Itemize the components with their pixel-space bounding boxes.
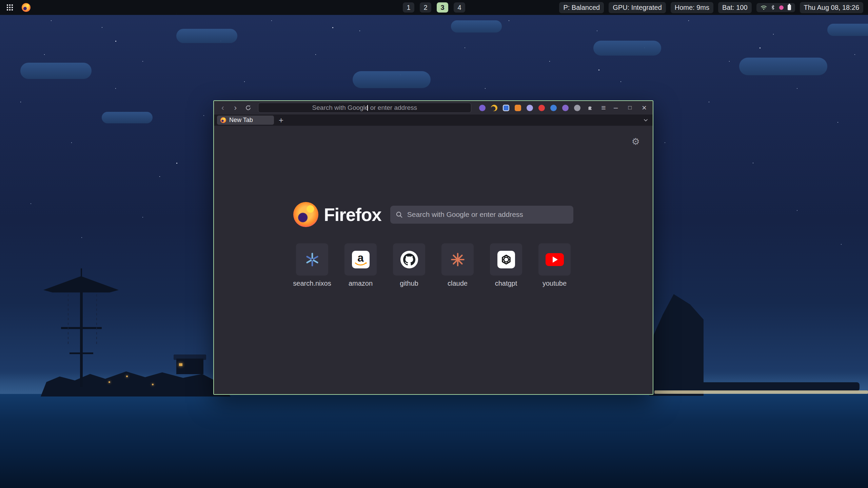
extensions-puzzle-icon[interactable] [586, 104, 594, 112]
battery-module: Bat: 100 [718, 2, 752, 13]
cloud [739, 58, 827, 75]
tab-new-tab[interactable]: New Tab [217, 116, 274, 125]
minimize-button[interactable]: – [612, 103, 619, 112]
shortcut-github[interactable]: github [393, 243, 425, 287]
search-icon [396, 211, 403, 218]
tab-bar: New Tab + [214, 115, 653, 126]
extension-icon-6[interactable] [538, 105, 545, 111]
shortcut-search-nixos[interactable]: search.nixos [296, 243, 328, 287]
shortcut-tiles: search.nixos a amazon github [296, 243, 571, 287]
extension-icon-4[interactable] [515, 105, 521, 111]
path-light [108, 381, 110, 383]
url-bar[interactable] [258, 103, 471, 113]
watchtower-spike [81, 268, 82, 282]
hut-light [179, 363, 182, 366]
firefox-window: ‹ › ≡ – □ × [213, 100, 653, 395]
extension-icons: ≡ [479, 104, 608, 112]
maximize-button[interactable]: □ [626, 104, 634, 111]
workspace-2[interactable]: 2 [420, 2, 431, 13]
cloud [593, 41, 661, 56]
url-input[interactable] [258, 103, 471, 113]
new-tab-button[interactable]: + [276, 116, 286, 125]
workspace-1[interactable]: 1 [403, 2, 414, 13]
cliff-silhouette [649, 294, 704, 396]
cloud [102, 112, 153, 123]
browser-toolbar: ‹ › ≡ – □ × [214, 101, 653, 115]
extension-icon-5[interactable] [527, 105, 533, 111]
shortcut-label: github [400, 280, 418, 287]
firefox-tab-icon [220, 117, 226, 123]
back-button[interactable]: ‹ [219, 103, 227, 112]
cloud [353, 71, 431, 88]
extension-icon-3[interactable] [503, 105, 509, 111]
hanging-chain [96, 294, 97, 345]
path-light [126, 375, 128, 377]
shortcut-label: claude [448, 280, 468, 287]
newtab-page: ⚙ Firefox [214, 126, 653, 394]
hut [176, 359, 203, 374]
cloud [827, 24, 868, 36]
extension-icon-9[interactable] [574, 105, 580, 111]
menu-icon[interactable]: ≡ [599, 104, 608, 112]
shortcut-label: search.nixos [293, 280, 331, 287]
path-light [152, 384, 154, 385]
shortcut-youtube[interactable]: youtube [538, 243, 571, 287]
hanging-chain [68, 294, 68, 345]
shortcut-claude[interactable]: claude [441, 243, 474, 287]
app-launcher-icon[interactable] [7, 4, 13, 11]
cloud [20, 63, 92, 79]
claude-icon [450, 252, 466, 267]
nixos-icon [304, 252, 320, 267]
list-tabs-chevron-icon[interactable] [644, 119, 648, 122]
cloud [451, 20, 502, 33]
window-controls: – □ × [612, 103, 648, 113]
chatgpt-icon [497, 251, 515, 268]
newtab-search-input[interactable] [390, 206, 573, 224]
status-bar: 1 2 3 4 P: Balanced GPU: Integrated Home… [0, 0, 868, 15]
wifi-icon[interactable] [761, 5, 767, 10]
shore-vegetation [670, 382, 860, 391]
power-profile-module: P: Balanced [559, 2, 604, 13]
clock-module: Thu Aug 08, 18:26 [800, 2, 863, 13]
bluetooth-icon[interactable] [771, 5, 775, 11]
extension-icon-1[interactable] [479, 105, 486, 111]
text-caret [367, 105, 368, 111]
extension-icon-2[interactable] [491, 105, 497, 111]
watchtower-beam [70, 352, 93, 354]
firefox-taskbar-icon[interactable] [22, 3, 31, 12]
workspace-3-active[interactable]: 3 [437, 2, 448, 13]
reload-button[interactable] [244, 103, 252, 112]
workspace-switcher: 1 2 3 4 [403, 0, 465, 15]
color-indicator-icon[interactable] [779, 5, 784, 10]
shortcut-amazon[interactable]: a amazon [344, 243, 377, 287]
firefox-logo-icon [293, 202, 318, 227]
github-icon [400, 251, 418, 268]
personalize-gear-icon[interactable]: ⚙ [632, 137, 640, 146]
watchtower-beam [61, 327, 102, 329]
extension-icon-8[interactable] [562, 105, 569, 111]
forward-button[interactable]: › [231, 103, 239, 112]
watchtower-pole [80, 281, 83, 387]
tab-title: New Tab [229, 117, 253, 124]
shortcut-label: youtube [542, 280, 567, 287]
network-latency-module: Home: 9ms [671, 2, 713, 13]
shortcut-label: chatgpt [495, 280, 517, 287]
beach-sand [654, 390, 868, 394]
cloud [176, 29, 237, 43]
shortcut-chatgpt[interactable]: chatgpt [490, 243, 522, 287]
newtab-search-bar[interactable] [390, 206, 573, 224]
youtube-icon [546, 253, 564, 266]
device-battery-icon[interactable] [788, 5, 791, 10]
gpu-module: GPU: Integrated [609, 2, 666, 13]
workspace-4[interactable]: 4 [454, 2, 465, 13]
firefox-wordmark: Firefox [324, 204, 381, 225]
system-tray [756, 3, 795, 12]
amazon-icon: a [352, 251, 370, 268]
close-button[interactable]: × [640, 103, 648, 113]
shortcut-label: amazon [349, 280, 373, 287]
extension-icon-7[interactable] [550, 105, 557, 111]
